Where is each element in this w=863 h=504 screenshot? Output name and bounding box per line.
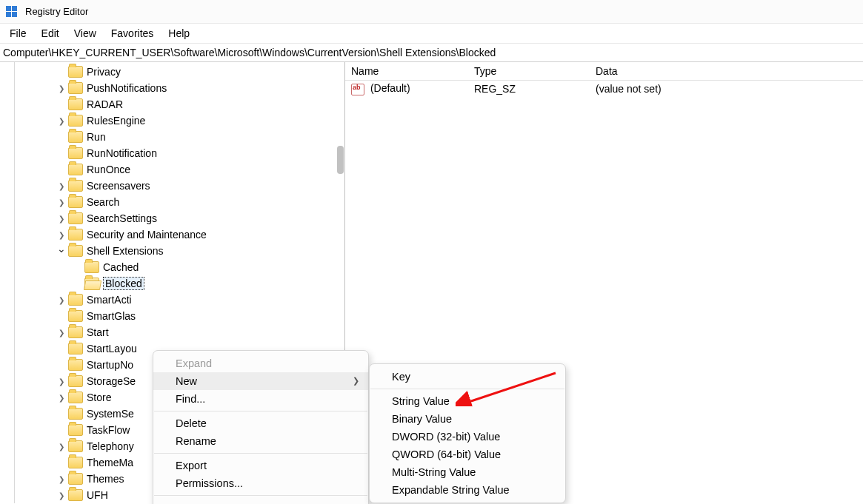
tree-item[interactable]: ❯Run: [8, 129, 344, 145]
chevron-right-icon[interactable]: ❯: [57, 394, 66, 402]
address-bar[interactable]: Computer\HKEY_CURRENT_USER\Software\Micr…: [0, 44, 863, 62]
tree-item[interactable]: ❯Blocked: [8, 275, 344, 292]
string-value-icon: [351, 84, 364, 95]
header-data[interactable]: Data: [590, 65, 863, 77]
tree-item[interactable]: ❯Privacy: [8, 64, 344, 80]
tree-item-label: Security and Maintenance: [87, 229, 207, 241]
tree-item[interactable]: ⌄Shell Extensions: [8, 243, 344, 259]
values-header: Name Type Data: [345, 62, 863, 81]
tree-item[interactable]: ❯PushNotifications: [8, 80, 344, 96]
folder-icon: [68, 392, 83, 403]
folder-icon: [68, 131, 83, 143]
tree-item-label: StorageSe: [87, 375, 136, 387]
folder-icon: [68, 115, 83, 127]
folder-icon: [68, 294, 83, 306]
value-name-cell: (Default): [345, 82, 468, 95]
chevron-down-icon[interactable]: ⌄: [57, 243, 66, 255]
menu-help[interactable]: Help: [161, 25, 197, 41]
tree-item-label: Store: [87, 392, 111, 403]
chevron-right-icon[interactable]: ❯: [57, 84, 66, 93]
ctx-rename[interactable]: Rename: [153, 432, 368, 450]
ctx-separator: [370, 389, 564, 389]
sub-key[interactable]: Key: [370, 368, 565, 386]
window-title: Registry Editor: [25, 6, 88, 17]
ctx-copy-key-name[interactable]: Copy Key Name: [153, 499, 368, 504]
value-row[interactable]: (Default) REG_SZ (value not set): [345, 81, 863, 97]
chevron-right-icon[interactable]: ❯: [57, 475, 66, 483]
chevron-right-icon[interactable]: ❯: [57, 231, 66, 239]
chevron-right-icon[interactable]: ❯: [57, 296, 66, 304]
sub-dword-value[interactable]: DWORD (32-bit) Value: [370, 428, 565, 446]
folder-icon: [68, 98, 83, 110]
tree-item[interactable]: ❯Cached: [8, 259, 344, 275]
folder-icon: [68, 326, 83, 338]
ctx-find[interactable]: Find...: [153, 390, 368, 408]
menu-favorites[interactable]: Favorites: [104, 25, 161, 41]
menu-bar: File Edit View Favorites Help: [0, 24, 863, 44]
header-type[interactable]: Type: [468, 65, 590, 77]
chevron-right-icon[interactable]: ❯: [57, 215, 66, 223]
tree-item-label: SystemSe: [87, 408, 134, 420]
tree-item[interactable]: ❯SmartActi: [8, 292, 344, 308]
folder-icon: [84, 261, 99, 273]
menu-view[interactable]: View: [67, 25, 104, 41]
regedit-icon: [6, 6, 18, 18]
folder-icon: [68, 359, 83, 371]
folder-icon: [68, 489, 83, 501]
folder-icon: [68, 408, 83, 420]
tree-scrollbar-thumb[interactable]: [337, 146, 344, 174]
folder-icon: [68, 164, 83, 175]
main-area: ❯Privacy❯PushNotifications❯RADAR❯RulesEn…: [0, 62, 863, 504]
tree-item-label: SmartActi: [87, 294, 132, 306]
tree-item-label: Privacy: [87, 66, 121, 78]
value-data: (value not set): [590, 83, 863, 95]
sub-string-value[interactable]: String Value: [370, 392, 565, 410]
sub-binary-value[interactable]: Binary Value: [370, 410, 565, 428]
chevron-right-icon[interactable]: ❯: [57, 198, 66, 206]
chevron-right-icon[interactable]: ❯: [57, 182, 66, 190]
sub-multistring-value[interactable]: Multi-String Value: [370, 463, 565, 481]
chevron-right-icon[interactable]: ❯: [57, 117, 66, 125]
tree-item-label: Telephony: [87, 440, 134, 452]
tree-item-label: ThemeMa: [87, 457, 133, 468]
tree-item-label: Shell Extensions: [87, 245, 164, 257]
folder-icon: [68, 473, 83, 485]
chevron-right-icon[interactable]: ❯: [57, 329, 66, 337]
tree-item[interactable]: ❯Screensavers: [8, 178, 344, 194]
menu-edit[interactable]: Edit: [34, 25, 67, 41]
header-name[interactable]: Name: [345, 65, 468, 77]
chevron-right-icon[interactable]: ❯: [57, 491, 66, 500]
sub-qword-value[interactable]: QWORD (64-bit) Value: [370, 446, 565, 463]
context-submenu-new: Key String Value Binary Value DWORD (32-…: [369, 363, 566, 503]
tree-item-label: TaskFlow: [87, 424, 130, 436]
ctx-new[interactable]: New ❯: [153, 372, 368, 390]
tree-item-label: Screensavers: [87, 180, 150, 192]
chevron-right-icon[interactable]: ❯: [57, 377, 66, 386]
tree-item[interactable]: ❯RunNotification: [8, 145, 344, 161]
folder-icon: [68, 457, 83, 468]
tree-item[interactable]: ❯SearchSettings: [8, 210, 344, 226]
tree-item[interactable]: ❯Search: [8, 194, 344, 210]
ctx-export[interactable]: Export: [153, 457, 368, 474]
ctx-delete[interactable]: Delete: [153, 414, 368, 432]
tree-item-label: RunOnce: [87, 164, 130, 175]
tree-item-label: PushNotifications: [87, 82, 167, 94]
folder-icon: [68, 180, 83, 192]
tree-item[interactable]: ❯RunOnce: [8, 161, 344, 178]
ctx-permissions[interactable]: Permissions...: [153, 474, 368, 492]
tree-item[interactable]: ❯RulesEngine: [8, 112, 344, 129]
sub-expandable-string-value[interactable]: Expandable String Value: [370, 481, 565, 499]
folder-icon: [68, 229, 83, 241]
chevron-right-icon: ❯: [353, 376, 359, 386]
menu-file[interactable]: File: [2, 25, 34, 41]
tree-item-label: SearchSettings: [87, 212, 157, 224]
tree-item[interactable]: ❯RADAR: [8, 96, 344, 112]
tree-item-label: SmartGlas: [87, 310, 136, 322]
folder-icon: [68, 196, 83, 208]
title-bar: Registry Editor: [0, 0, 863, 24]
ctx-separator: [154, 453, 367, 454]
chevron-right-icon[interactable]: ❯: [57, 443, 66, 451]
tree-item[interactable]: ❯Start: [8, 324, 344, 340]
tree-item[interactable]: ❯SmartGlas: [8, 308, 344, 324]
tree-item[interactable]: ❯Security and Maintenance: [8, 226, 344, 243]
